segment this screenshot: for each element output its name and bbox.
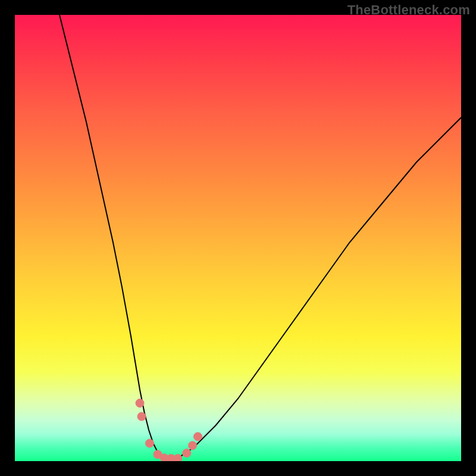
chart-frame: TheBottleneck.com: [0, 0, 476, 476]
chart-plot-area: [15, 15, 461, 461]
